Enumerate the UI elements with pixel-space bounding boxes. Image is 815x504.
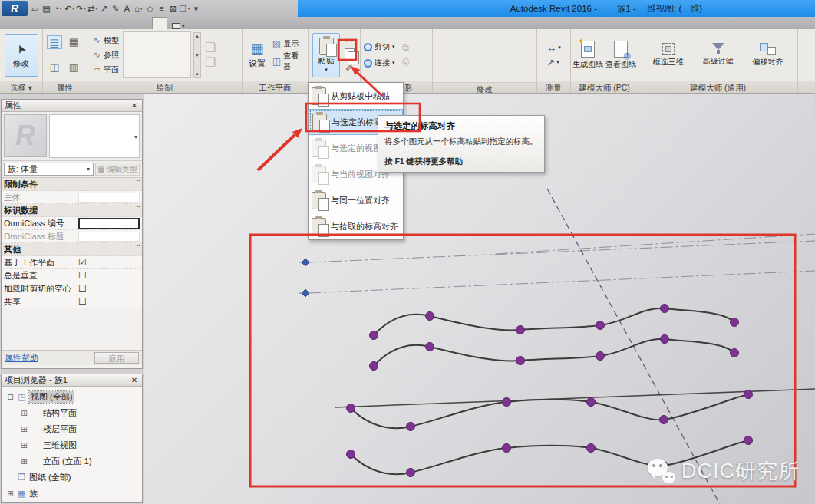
solid-form-icon[interactable]: ❏	[205, 41, 216, 54]
sync-icon[interactable]: ◔	[52, 2, 64, 15]
ribbon-tab[interactable]	[0, 17, 14, 29]
geometry-cut-button[interactable]: 剪切▾	[364, 41, 395, 54]
modify-tool-icon[interactable]	[485, 64, 500, 80]
draw-tool-icon[interactable]	[150, 33, 163, 48]
ribbon-tab[interactable]	[69, 17, 83, 29]
ribbon-tab[interactable]	[14, 17, 28, 29]
default-3d-view-icon[interactable]: ⌂	[133, 2, 144, 15]
ribbon-tab[interactable]	[41, 17, 55, 29]
checkbox[interactable]: ☑	[78, 258, 87, 267]
workplane-set-button[interactable]: ▦ 设置	[244, 33, 270, 77]
qat-customize-icon[interactable]: ▾	[190, 2, 202, 15]
family-types-icon[interactable]: ▦	[66, 35, 81, 49]
draw-tool-icon[interactable]	[163, 48, 177, 62]
copy-icon[interactable]	[342, 48, 356, 61]
tree-item-floor-plans[interactable]: ⊞ 楼层平面	[2, 421, 142, 437]
property-value[interactable]	[78, 193, 140, 203]
section-collapse-icon[interactable]: ˆ	[137, 180, 140, 188]
ribbon-tab[interactable]	[152, 17, 167, 29]
property-value[interactable]: ☐	[78, 284, 140, 294]
paste-button[interactable]: 粘贴 ▾	[312, 33, 340, 77]
apply-button[interactable]: 应用	[94, 352, 139, 364]
draw-tool-icon[interactable]	[137, 33, 150, 48]
tree-item-families[interactable]: ⊞ ▦ 族	[2, 486, 142, 502]
modify-tool-icon[interactable]	[439, 48, 454, 64]
family-type-select[interactable]: 族: 体量▾	[4, 163, 94, 176]
modify-tool-icon[interactable]	[454, 64, 470, 80]
cut-icon[interactable]: ✂	[342, 35, 356, 48]
tree-item-views[interactable]: ⊟ ◳ 视图 (全部)	[2, 389, 142, 405]
ribbon-tab[interactable]	[83, 17, 97, 29]
modify-tool-icon[interactable]	[500, 31, 516, 48]
property-value[interactable]: ☑	[78, 258, 140, 268]
close-hidden-windows-icon[interactable]: ⊠	[167, 2, 179, 15]
offset-align-button[interactable]: 偏移对齐	[744, 43, 792, 68]
tree-item-structural-plans[interactable]: ⊞ 结构平面	[2, 405, 142, 421]
open-icon[interactable]: ▱	[29, 2, 41, 15]
tag-icon[interactable]: ✎	[110, 2, 121, 15]
ribbon-tab[interactable]	[111, 17, 124, 29]
switch-windows-icon[interactable]: ❐	[179, 2, 190, 15]
measure-button[interactable]: ↔▾	[546, 42, 561, 54]
text-icon[interactable]: A	[121, 2, 133, 15]
draw-plane-button[interactable]: ▱平面	[91, 63, 120, 77]
view-sheet-button[interactable]: ◎ 查看图纸	[605, 41, 636, 70]
modify-tool-icon[interactable]	[454, 48, 470, 64]
modify-tool-icon[interactable]	[516, 31, 531, 48]
draw-tool-icon[interactable]	[137, 48, 150, 62]
measure-icon[interactable]: ↗	[98, 2, 110, 15]
draw-grid-scrollbar[interactable]: ▲▼▼	[193, 32, 201, 78]
draw-tool-icon[interactable]	[163, 62, 177, 77]
tree-item-3d-views[interactable]: ⊞ 三维视图	[2, 437, 142, 453]
property-value[interactable]	[78, 232, 140, 242]
ribbon-tab[interactable]	[124, 17, 138, 29]
modify-tool-icon[interactable]	[470, 31, 485, 48]
draw-tool-icon[interactable]	[137, 62, 150, 77]
draw-tool-icon[interactable]	[163, 33, 177, 48]
draw-model-button[interactable]: ∿模型	[91, 34, 120, 48]
draw-tool-icon[interactable]	[124, 48, 137, 62]
draw-tool-icon[interactable]	[177, 48, 190, 62]
modify-tool-icon[interactable]	[454, 31, 470, 48]
geometry-join-button[interactable]: 连接▾	[364, 57, 395, 70]
tree-expander-icon[interactable]: ⊞	[20, 441, 28, 450]
draw-tool-icon[interactable]	[177, 33, 190, 48]
property-value[interactable]: ☐	[78, 271, 140, 281]
properties-palette-header[interactable]: 属性 ✕	[2, 100, 142, 112]
undo-icon[interactable]: ↶	[64, 2, 75, 15]
family-category-icon[interactable]: ◫	[47, 61, 62, 74]
generate-sheet-button[interactable]: ✦ 生成图纸	[572, 41, 603, 70]
menu-item-paste-from-clipboard[interactable]: 从剪贴板中粘贴	[309, 83, 403, 109]
checkbox[interactable]: ☐	[78, 271, 87, 280]
section-icon[interactable]: ◇	[144, 2, 156, 15]
modify-tool-icon[interactable]	[439, 64, 454, 80]
section-collapse-icon[interactable]: ˆ	[137, 245, 140, 253]
draw-tool-icon[interactable]	[150, 62, 163, 77]
tree-expander-icon[interactable]: ⊞	[20, 457, 28, 466]
draw-tool-icon[interactable]	[177, 62, 190, 77]
tree-expander-icon[interactable]: ⊞	[6, 489, 15, 498]
ribbon-tab[interactable]	[28, 17, 41, 29]
switch-icon[interactable]: ⇄	[87, 2, 98, 15]
checkbox[interactable]: ☐	[78, 284, 87, 293]
project-browser-header[interactable]: 项目浏览器 - 族1 ✕	[2, 374, 142, 387]
menu-item-aligned-to-same-place[interactable]: 与同一位置对齐	[309, 187, 403, 213]
property-value[interactable]	[78, 218, 140, 229]
dimension-button[interactable]: ↗▾	[546, 57, 561, 68]
panel-label-select[interactable]: 选择 ▾	[0, 81, 42, 93]
revit-logo[interactable]: R	[2, 1, 28, 16]
modify-tool-icon[interactable]	[500, 48, 516, 64]
properties-help-link[interactable]: 属性帮助	[5, 352, 38, 364]
thin-lines-icon[interactable]: ≡	[156, 2, 167, 15]
tree-item-elevations[interactable]: ⊞ 立面 (立面 1)	[2, 453, 142, 469]
tree-item-sheets[interactable]: ❒ 图纸 (全部)	[2, 469, 142, 486]
checkbox[interactable]: ☐	[78, 297, 87, 306]
draw-tool-icon[interactable]	[124, 33, 137, 48]
modify-tool-icon[interactable]	[516, 48, 531, 64]
ribbon-tab[interactable]	[138, 17, 152, 29]
tree-expander-icon[interactable]: ⊟	[6, 393, 15, 401]
edit-type-button[interactable]: ▦编辑类型	[95, 163, 140, 176]
modify-tool-icon[interactable]	[485, 31, 500, 48]
advanced-filter-button[interactable]: 高级过滤	[695, 43, 742, 67]
tree-expander-icon[interactable]: ⊞	[20, 425, 28, 433]
